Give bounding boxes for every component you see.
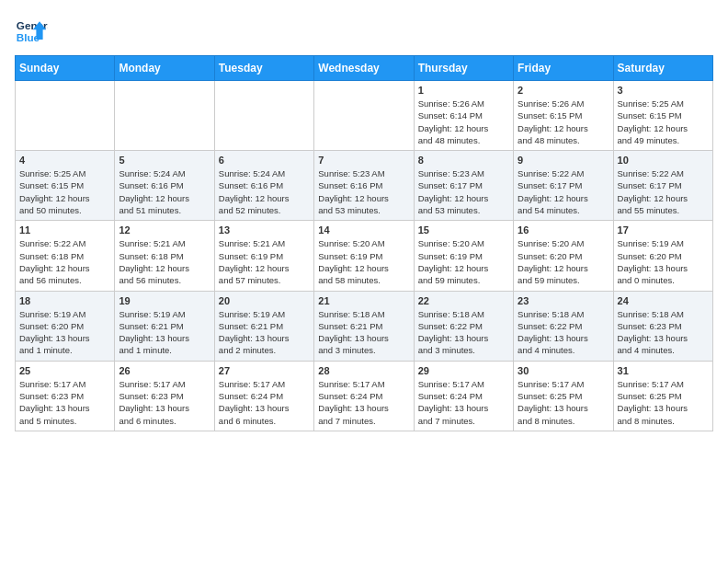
day-info: Sunrise: 5:24 AM Sunset: 6:16 PM Dayligh… bbox=[119, 167, 210, 216]
calendar-cell: 12Sunrise: 5:21 AM Sunset: 6:18 PM Dayli… bbox=[115, 221, 214, 291]
day-info: Sunrise: 5:20 AM Sunset: 6:20 PM Dayligh… bbox=[518, 237, 609, 286]
calendar-cell: 9Sunrise: 5:22 AM Sunset: 6:17 PM Daylig… bbox=[514, 151, 613, 221]
calendar-cell bbox=[214, 81, 313, 151]
svg-text:General: General bbox=[17, 19, 48, 31]
day-info: Sunrise: 5:17 AM Sunset: 6:23 PM Dayligh… bbox=[19, 378, 110, 427]
day-number: 19 bbox=[119, 295, 210, 306]
calendar-cell: 26Sunrise: 5:17 AM Sunset: 6:23 PM Dayli… bbox=[115, 361, 214, 431]
weekday-header: Thursday bbox=[414, 56, 513, 81]
day-info: Sunrise: 5:19 AM Sunset: 6:21 PM Dayligh… bbox=[119, 308, 210, 357]
day-number: 6 bbox=[219, 155, 310, 166]
calendar-week-row: 18Sunrise: 5:19 AM Sunset: 6:20 PM Dayli… bbox=[16, 291, 713, 361]
logo-icon: General Blue bbox=[15, 15, 48, 48]
calendar-cell: 5Sunrise: 5:24 AM Sunset: 6:16 PM Daylig… bbox=[115, 151, 214, 221]
day-info: Sunrise: 5:25 AM Sunset: 6:15 PM Dayligh… bbox=[618, 98, 709, 146]
day-number: 15 bbox=[418, 224, 509, 236]
calendar-cell: 20Sunrise: 5:19 AM Sunset: 6:21 PM Dayli… bbox=[214, 291, 313, 361]
day-info: Sunrise: 5:17 AM Sunset: 6:24 PM Dayligh… bbox=[318, 378, 409, 427]
day-number: 24 bbox=[618, 295, 709, 306]
calendar-cell bbox=[314, 81, 414, 151]
day-info: Sunrise: 5:19 AM Sunset: 6:20 PM Dayligh… bbox=[618, 237, 709, 286]
day-number: 23 bbox=[518, 295, 609, 306]
calendar-cell: 14Sunrise: 5:20 AM Sunset: 6:19 PM Dayli… bbox=[314, 221, 414, 291]
day-info: Sunrise: 5:21 AM Sunset: 6:18 PM Dayligh… bbox=[119, 237, 210, 286]
weekday-header: Saturday bbox=[613, 56, 712, 81]
day-number: 3 bbox=[618, 85, 709, 96]
weekday-header: Friday bbox=[514, 56, 613, 81]
calendar-cell: 18Sunrise: 5:19 AM Sunset: 6:20 PM Dayli… bbox=[16, 291, 115, 361]
calendar-cell: 7Sunrise: 5:23 AM Sunset: 6:16 PM Daylig… bbox=[314, 151, 414, 221]
day-info: Sunrise: 5:18 AM Sunset: 6:22 PM Dayligh… bbox=[418, 308, 509, 357]
day-info: Sunrise: 5:17 AM Sunset: 6:25 PM Dayligh… bbox=[618, 378, 709, 427]
calendar-cell: 19Sunrise: 5:19 AM Sunset: 6:21 PM Dayli… bbox=[115, 291, 214, 361]
day-info: Sunrise: 5:17 AM Sunset: 6:23 PM Dayligh… bbox=[119, 378, 210, 427]
calendar-week-row: 4Sunrise: 5:25 AM Sunset: 6:15 PM Daylig… bbox=[16, 151, 713, 221]
calendar-cell: 27Sunrise: 5:17 AM Sunset: 6:24 PM Dayli… bbox=[214, 361, 313, 431]
weekday-header: Wednesday bbox=[314, 56, 414, 81]
day-number: 9 bbox=[518, 155, 609, 166]
calendar-cell: 11Sunrise: 5:22 AM Sunset: 6:18 PM Dayli… bbox=[16, 221, 115, 291]
day-info: Sunrise: 5:19 AM Sunset: 6:21 PM Dayligh… bbox=[219, 308, 310, 357]
calendar-header-row: SundayMondayTuesdayWednesdayThursdayFrid… bbox=[16, 56, 713, 81]
day-info: Sunrise: 5:17 AM Sunset: 6:25 PM Dayligh… bbox=[518, 378, 609, 427]
day-info: Sunrise: 5:24 AM Sunset: 6:16 PM Dayligh… bbox=[219, 167, 310, 216]
weekday-header: Sunday bbox=[16, 56, 115, 81]
calendar-cell: 15Sunrise: 5:20 AM Sunset: 6:19 PM Dayli… bbox=[414, 221, 513, 291]
calendar-cell: 17Sunrise: 5:19 AM Sunset: 6:20 PM Dayli… bbox=[613, 221, 712, 291]
calendar-cell: 13Sunrise: 5:21 AM Sunset: 6:19 PM Dayli… bbox=[214, 221, 313, 291]
day-info: Sunrise: 5:23 AM Sunset: 6:17 PM Dayligh… bbox=[418, 167, 509, 216]
calendar-cell bbox=[115, 81, 214, 151]
calendar-cell: 6Sunrise: 5:24 AM Sunset: 6:16 PM Daylig… bbox=[214, 151, 313, 221]
day-info: Sunrise: 5:22 AM Sunset: 6:17 PM Dayligh… bbox=[618, 167, 709, 216]
calendar-cell bbox=[16, 81, 115, 151]
page-header: General Blue bbox=[15, 15, 713, 48]
calendar-cell: 16Sunrise: 5:20 AM Sunset: 6:20 PM Dayli… bbox=[514, 221, 613, 291]
day-info: Sunrise: 5:26 AM Sunset: 6:15 PM Dayligh… bbox=[518, 98, 609, 146]
day-info: Sunrise: 5:26 AM Sunset: 6:14 PM Dayligh… bbox=[418, 98, 509, 146]
calendar-cell: 24Sunrise: 5:18 AM Sunset: 6:23 PM Dayli… bbox=[613, 291, 712, 361]
day-number: 22 bbox=[418, 295, 509, 306]
day-number: 31 bbox=[618, 365, 709, 376]
calendar-cell: 21Sunrise: 5:18 AM Sunset: 6:21 PM Dayli… bbox=[314, 291, 414, 361]
day-number: 13 bbox=[219, 224, 310, 236]
day-info: Sunrise: 5:18 AM Sunset: 6:22 PM Dayligh… bbox=[518, 308, 609, 357]
calendar-cell: 8Sunrise: 5:23 AM Sunset: 6:17 PM Daylig… bbox=[414, 151, 513, 221]
calendar-cell: 4Sunrise: 5:25 AM Sunset: 6:15 PM Daylig… bbox=[16, 151, 115, 221]
day-info: Sunrise: 5:18 AM Sunset: 6:23 PM Dayligh… bbox=[618, 308, 709, 357]
day-number: 18 bbox=[19, 295, 110, 306]
day-number: 8 bbox=[418, 155, 509, 166]
weekday-header: Tuesday bbox=[214, 56, 313, 81]
day-number: 17 bbox=[618, 224, 709, 236]
day-number: 20 bbox=[219, 295, 310, 306]
day-number: 7 bbox=[318, 155, 409, 166]
day-number: 2 bbox=[518, 85, 609, 96]
calendar-cell: 22Sunrise: 5:18 AM Sunset: 6:22 PM Dayli… bbox=[414, 291, 513, 361]
day-info: Sunrise: 5:22 AM Sunset: 6:18 PM Dayligh… bbox=[19, 237, 110, 286]
calendar-cell: 10Sunrise: 5:22 AM Sunset: 6:17 PM Dayli… bbox=[613, 151, 712, 221]
day-number: 4 bbox=[19, 155, 110, 166]
calendar-week-row: 25Sunrise: 5:17 AM Sunset: 6:23 PM Dayli… bbox=[16, 361, 713, 431]
calendar-cell: 29Sunrise: 5:17 AM Sunset: 6:24 PM Dayli… bbox=[414, 361, 513, 431]
calendar-week-row: 11Sunrise: 5:22 AM Sunset: 6:18 PM Dayli… bbox=[16, 221, 713, 291]
day-number: 21 bbox=[318, 295, 409, 306]
calendar-cell: 3Sunrise: 5:25 AM Sunset: 6:15 PM Daylig… bbox=[613, 81, 712, 151]
day-number: 29 bbox=[418, 365, 509, 376]
day-number: 1 bbox=[418, 85, 509, 96]
calendar-cell: 31Sunrise: 5:17 AM Sunset: 6:25 PM Dayli… bbox=[613, 361, 712, 431]
day-info: Sunrise: 5:22 AM Sunset: 6:17 PM Dayligh… bbox=[518, 167, 609, 216]
day-number: 5 bbox=[119, 155, 210, 166]
day-info: Sunrise: 5:23 AM Sunset: 6:16 PM Dayligh… bbox=[318, 167, 409, 216]
day-info: Sunrise: 5:19 AM Sunset: 6:20 PM Dayligh… bbox=[19, 308, 110, 357]
day-number: 26 bbox=[119, 365, 210, 376]
calendar-cell: 2Sunrise: 5:26 AM Sunset: 6:15 PM Daylig… bbox=[514, 81, 613, 151]
calendar-cell: 25Sunrise: 5:17 AM Sunset: 6:23 PM Dayli… bbox=[16, 361, 115, 431]
day-info: Sunrise: 5:17 AM Sunset: 6:24 PM Dayligh… bbox=[418, 378, 509, 427]
day-number: 30 bbox=[518, 365, 609, 376]
day-info: Sunrise: 5:17 AM Sunset: 6:24 PM Dayligh… bbox=[219, 378, 310, 427]
day-number: 12 bbox=[119, 224, 210, 236]
day-number: 27 bbox=[219, 365, 310, 376]
day-info: Sunrise: 5:21 AM Sunset: 6:19 PM Dayligh… bbox=[219, 237, 310, 286]
day-number: 28 bbox=[318, 365, 409, 376]
day-info: Sunrise: 5:25 AM Sunset: 6:15 PM Dayligh… bbox=[19, 167, 110, 216]
calendar-cell: 30Sunrise: 5:17 AM Sunset: 6:25 PM Dayli… bbox=[514, 361, 613, 431]
